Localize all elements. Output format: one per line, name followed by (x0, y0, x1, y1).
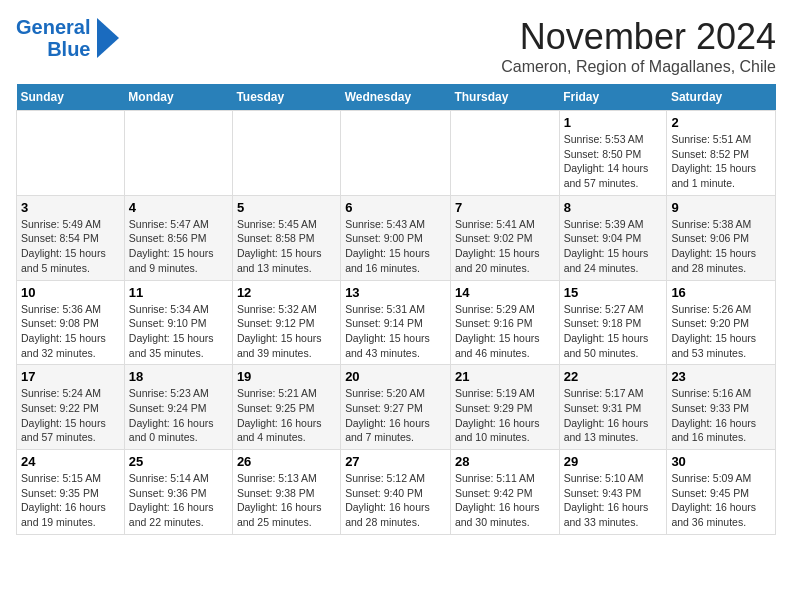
day-info: Sunrise: 5:51 AMSunset: 8:52 PMDaylight:… (671, 132, 771, 191)
day-number: 6 (345, 200, 446, 215)
calendar-cell: 6Sunrise: 5:43 AMSunset: 9:00 PMDaylight… (341, 195, 451, 280)
day-info: Sunrise: 5:16 AMSunset: 9:33 PMDaylight:… (671, 386, 771, 445)
day-number: 25 (129, 454, 228, 469)
calendar-cell: 18Sunrise: 5:23 AMSunset: 9:24 PMDayligh… (124, 365, 232, 450)
day-info: Sunrise: 5:41 AMSunset: 9:02 PMDaylight:… (455, 217, 555, 276)
day-info: Sunrise: 5:09 AMSunset: 9:45 PMDaylight:… (671, 471, 771, 530)
day-info: Sunrise: 5:26 AMSunset: 9:20 PMDaylight:… (671, 302, 771, 361)
calendar-cell (232, 111, 340, 196)
day-number: 14 (455, 285, 555, 300)
logo: General Blue (16, 16, 119, 60)
day-number: 1 (564, 115, 663, 130)
calendar-cell: 2Sunrise: 5:51 AMSunset: 8:52 PMDaylight… (667, 111, 776, 196)
calendar-cell (450, 111, 559, 196)
calendar-body: 1Sunrise: 5:53 AMSunset: 8:50 PMDaylight… (17, 111, 776, 535)
calendar-cell: 5Sunrise: 5:45 AMSunset: 8:58 PMDaylight… (232, 195, 340, 280)
calendar-cell: 19Sunrise: 5:21 AMSunset: 9:25 PMDayligh… (232, 365, 340, 450)
calendar-week-2: 3Sunrise: 5:49 AMSunset: 8:54 PMDaylight… (17, 195, 776, 280)
calendar-cell: 22Sunrise: 5:17 AMSunset: 9:31 PMDayligh… (559, 365, 667, 450)
day-number: 28 (455, 454, 555, 469)
day-info: Sunrise: 5:19 AMSunset: 9:29 PMDaylight:… (455, 386, 555, 445)
day-info: Sunrise: 5:12 AMSunset: 9:40 PMDaylight:… (345, 471, 446, 530)
day-number: 17 (21, 369, 120, 384)
day-info: Sunrise: 5:36 AMSunset: 9:08 PMDaylight:… (21, 302, 120, 361)
day-info: Sunrise: 5:47 AMSunset: 8:56 PMDaylight:… (129, 217, 228, 276)
calendar-cell: 20Sunrise: 5:20 AMSunset: 9:27 PMDayligh… (341, 365, 451, 450)
calendar-cell: 16Sunrise: 5:26 AMSunset: 9:20 PMDayligh… (667, 280, 776, 365)
calendar-cell: 9Sunrise: 5:38 AMSunset: 9:06 PMDaylight… (667, 195, 776, 280)
calendar-cell: 14Sunrise: 5:29 AMSunset: 9:16 PMDayligh… (450, 280, 559, 365)
day-number: 22 (564, 369, 663, 384)
calendar-cell: 8Sunrise: 5:39 AMSunset: 9:04 PMDaylight… (559, 195, 667, 280)
day-number: 21 (455, 369, 555, 384)
day-number: 7 (455, 200, 555, 215)
day-number: 18 (129, 369, 228, 384)
day-info: Sunrise: 5:43 AMSunset: 9:00 PMDaylight:… (345, 217, 446, 276)
day-number: 30 (671, 454, 771, 469)
day-info: Sunrise: 5:11 AMSunset: 9:42 PMDaylight:… (455, 471, 555, 530)
calendar-cell: 4Sunrise: 5:47 AMSunset: 8:56 PMDaylight… (124, 195, 232, 280)
calendar-cell: 10Sunrise: 5:36 AMSunset: 9:08 PMDayligh… (17, 280, 125, 365)
calendar-cell: 12Sunrise: 5:32 AMSunset: 9:12 PMDayligh… (232, 280, 340, 365)
day-info: Sunrise: 5:24 AMSunset: 9:22 PMDaylight:… (21, 386, 120, 445)
day-info: Sunrise: 5:38 AMSunset: 9:06 PMDaylight:… (671, 217, 771, 276)
weekday-row: SundayMondayTuesdayWednesdayThursdayFrid… (17, 84, 776, 111)
day-number: 15 (564, 285, 663, 300)
day-info: Sunrise: 5:21 AMSunset: 9:25 PMDaylight:… (237, 386, 336, 445)
day-number: 24 (21, 454, 120, 469)
weekday-header-tuesday: Tuesday (232, 84, 340, 111)
calendar-cell: 24Sunrise: 5:15 AMSunset: 9:35 PMDayligh… (17, 450, 125, 535)
day-info: Sunrise: 5:45 AMSunset: 8:58 PMDaylight:… (237, 217, 336, 276)
day-number: 2 (671, 115, 771, 130)
day-number: 9 (671, 200, 771, 215)
day-number: 8 (564, 200, 663, 215)
day-info: Sunrise: 5:31 AMSunset: 9:14 PMDaylight:… (345, 302, 446, 361)
calendar-cell: 11Sunrise: 5:34 AMSunset: 9:10 PMDayligh… (124, 280, 232, 365)
calendar-cell: 3Sunrise: 5:49 AMSunset: 8:54 PMDaylight… (17, 195, 125, 280)
day-info: Sunrise: 5:29 AMSunset: 9:16 PMDaylight:… (455, 302, 555, 361)
title-block: November 2024 Cameron, Region of Magalla… (501, 16, 776, 76)
calendar-cell: 17Sunrise: 5:24 AMSunset: 9:22 PMDayligh… (17, 365, 125, 450)
weekday-header-thursday: Thursday (450, 84, 559, 111)
calendar-cell (341, 111, 451, 196)
logo-blue: Blue (47, 38, 90, 60)
day-info: Sunrise: 5:15 AMSunset: 9:35 PMDaylight:… (21, 471, 120, 530)
calendar-cell: 28Sunrise: 5:11 AMSunset: 9:42 PMDayligh… (450, 450, 559, 535)
calendar-cell: 30Sunrise: 5:09 AMSunset: 9:45 PMDayligh… (667, 450, 776, 535)
weekday-header-monday: Monday (124, 84, 232, 111)
weekday-header-friday: Friday (559, 84, 667, 111)
day-info: Sunrise: 5:13 AMSunset: 9:38 PMDaylight:… (237, 471, 336, 530)
day-number: 27 (345, 454, 446, 469)
page-header: General Blue November 2024 Cameron, Regi… (16, 16, 776, 76)
day-number: 16 (671, 285, 771, 300)
day-info: Sunrise: 5:17 AMSunset: 9:31 PMDaylight:… (564, 386, 663, 445)
calendar-week-4: 17Sunrise: 5:24 AMSunset: 9:22 PMDayligh… (17, 365, 776, 450)
calendar-cell: 7Sunrise: 5:41 AMSunset: 9:02 PMDaylight… (450, 195, 559, 280)
day-number: 3 (21, 200, 120, 215)
day-info: Sunrise: 5:32 AMSunset: 9:12 PMDaylight:… (237, 302, 336, 361)
day-number: 20 (345, 369, 446, 384)
calendar-cell: 13Sunrise: 5:31 AMSunset: 9:14 PMDayligh… (341, 280, 451, 365)
day-number: 19 (237, 369, 336, 384)
day-info: Sunrise: 5:14 AMSunset: 9:36 PMDaylight:… (129, 471, 228, 530)
weekday-header-wednesday: Wednesday (341, 84, 451, 111)
day-info: Sunrise: 5:20 AMSunset: 9:27 PMDaylight:… (345, 386, 446, 445)
calendar-cell: 26Sunrise: 5:13 AMSunset: 9:38 PMDayligh… (232, 450, 340, 535)
day-info: Sunrise: 5:53 AMSunset: 8:50 PMDaylight:… (564, 132, 663, 191)
calendar-table: SundayMondayTuesdayWednesdayThursdayFrid… (16, 84, 776, 535)
day-info: Sunrise: 5:39 AMSunset: 9:04 PMDaylight:… (564, 217, 663, 276)
day-info: Sunrise: 5:49 AMSunset: 8:54 PMDaylight:… (21, 217, 120, 276)
calendar-cell: 23Sunrise: 5:16 AMSunset: 9:33 PMDayligh… (667, 365, 776, 450)
calendar-cell: 25Sunrise: 5:14 AMSunset: 9:36 PMDayligh… (124, 450, 232, 535)
weekday-header-sunday: Sunday (17, 84, 125, 111)
day-number: 26 (237, 454, 336, 469)
logo-arrow-icon (97, 18, 119, 58)
day-number: 13 (345, 285, 446, 300)
calendar-cell: 29Sunrise: 5:10 AMSunset: 9:43 PMDayligh… (559, 450, 667, 535)
calendar-cell: 1Sunrise: 5:53 AMSunset: 8:50 PMDaylight… (559, 111, 667, 196)
day-number: 12 (237, 285, 336, 300)
day-number: 10 (21, 285, 120, 300)
day-info: Sunrise: 5:23 AMSunset: 9:24 PMDaylight:… (129, 386, 228, 445)
day-number: 4 (129, 200, 228, 215)
calendar-week-3: 10Sunrise: 5:36 AMSunset: 9:08 PMDayligh… (17, 280, 776, 365)
